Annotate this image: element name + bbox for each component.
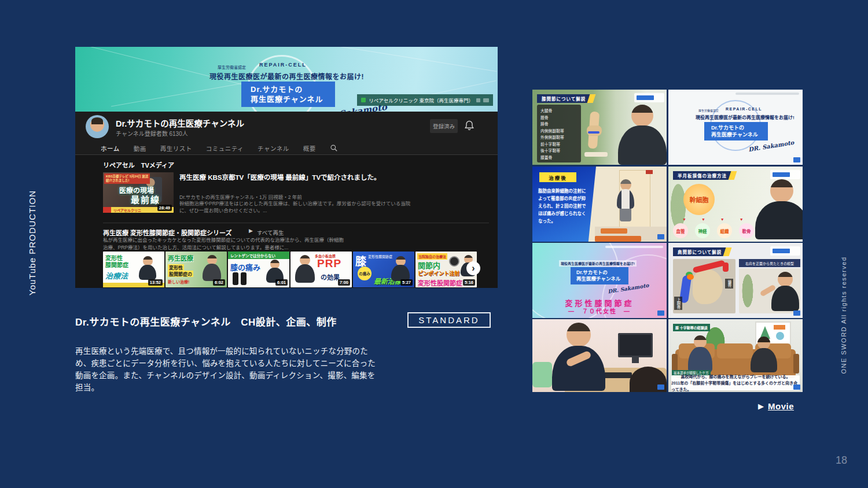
page-number: 18	[836, 454, 847, 467]
g3-text-panel: 治療後 脂肪由来幹細胞の注射によって罹患部の炎症が抑えられ、計２回の注射でほぼ痛…	[532, 167, 596, 242]
gallery-thumb-interview[interactable]: 膝 十字靭帯の経験談 坂本選手が経験したケガ 高校時代から、膝の痛みを抱えながら…	[668, 319, 803, 392]
g2-title-box: Dr.サカモトの 再生医療チャンネル	[704, 122, 768, 141]
g1-header: 膝関節について解説	[537, 94, 591, 103]
g3-label: 治療後	[539, 172, 576, 182]
banner-mini-icon	[476, 98, 480, 102]
notification-bell-icon[interactable]	[464, 120, 475, 131]
project-description: 再生医療という先端医療で、且つ情報が一般的に知られていないニッチな分野のため、疾…	[75, 345, 380, 394]
g6-logo-chip	[770, 246, 800, 256]
g8-tag-top: 膝 十字靭帯の経験談	[673, 324, 710, 331]
movie-link[interactable]: ▶ Movie	[758, 401, 794, 411]
g5-caption-badge	[657, 310, 664, 316]
banner-certification: 厚生労働省認定	[218, 64, 246, 70]
gallery-thumb-shoulder-anatomy[interactable]: 肩関節について解説 鎖骨 上腕骨 右肩を正面から見たときの模型	[668, 243, 803, 318]
gallery-thumb-case-card[interactable]: 現役再生医療医が最新の再生医療情報をお届け! Dr.サカモトの 再生医療チャンネ…	[532, 243, 667, 318]
g1-person	[618, 105, 667, 165]
series5-person	[391, 256, 410, 281]
grade-badge: STANDARD	[407, 312, 491, 328]
youtube-screenshot: 厚生労働省認定 REPAIR-CELL 現役再生医療医が最新の再生医療情報をお届…	[75, 47, 498, 288]
banner-channel-title: Dr.サカモトの 再生医療チャンネル	[241, 82, 335, 107]
g4-main-circle: 幹細胞	[683, 184, 715, 215]
gallery-thumb-after-treatment[interactable]: 治療後 脂肪由来幹細胞の注射によって罹患部の炎症が抑えられ、計２回の注射でほぼ痛…	[532, 167, 667, 242]
tab-playlists[interactable]: 再生リスト	[160, 144, 192, 153]
g8-caption-badge	[793, 385, 800, 390]
tab-about[interactable]: 概要	[303, 144, 316, 153]
g5-subject-sub: ― ７０代女性 ―	[532, 306, 667, 315]
g8-person-left	[688, 335, 712, 372]
carousel-next-button[interactable]: ›	[466, 261, 480, 275]
series4-person	[295, 255, 315, 283]
gallery-thumb-consultation[interactable]	[532, 319, 667, 392]
series2-person	[203, 255, 221, 281]
right-vertical-label: ONE SWORD All rights reserved	[840, 256, 847, 374]
featured-video-thumbnail[interactable]: KBS京都テレビ 5月24日 放送 紹介されました! 医療の現場 最前線 リペア…	[103, 172, 174, 213]
series-video-1[interactable]: 変形性 膝関節症 治療法 13:52	[103, 252, 164, 287]
video-gallery: 大腿骨 脛骨 腓骨 内側側副靭帯 外側側副靭帯 前十字靭帯 後十字靭帯 膝蓋骨 …	[532, 90, 803, 392]
g8-person-right	[751, 337, 777, 372]
g4-logo-chip	[770, 170, 800, 179]
featured-thumb-badge: KBS京都テレビ 5月24日 放送 紹介されました!	[104, 173, 150, 184]
gallery-thumb-stem-cell[interactable]: 半月板損傷の治療方法 幹細胞 ▼▼▼▼ 血管 神経 組織 軟骨	[668, 167, 803, 242]
subscriber-count: チャンネル登録者数 6130人	[116, 129, 188, 138]
g2-caption-badge	[793, 157, 800, 162]
series-video-4[interactable]: 多血小板血漿 PRP の効果 7:00	[290, 252, 352, 287]
banner-brand: REPAIR-CELL	[259, 62, 307, 68]
play-all-link[interactable]: すべて再生	[257, 228, 284, 236]
g1-logo-chip	[634, 93, 664, 102]
g4-header: 半月板損傷の治療方法	[673, 171, 733, 180]
g4-person	[755, 179, 803, 239]
g5-title-box: Dr.サカモトの 再生医療チャンネル	[571, 267, 628, 284]
clinic-link-badge[interactable]: リペアセルクリニック 東京院（再生医療専門）	[357, 94, 493, 106]
g1-bone-list: 大腿骨 脛骨 腓骨 内側側副靭帯 外側側副靭帯 前十字靭帯 後十字靭帯 膝蓋骨	[537, 105, 581, 162]
project-title: Dr.サカモトの再生医療チャンネル CH設計、企画、制作	[75, 314, 337, 328]
series-description: 私が再生医療に出会ったキッカケとなった変形性膝関節症についての代表的な治療法から…	[103, 236, 345, 251]
series1-person	[139, 256, 156, 280]
section-divider	[103, 223, 489, 223]
channel-tabs: ホーム 動画 再生リスト コミュニティ チャンネル 概要	[75, 142, 498, 155]
tab-community[interactable]: コミュニティ	[206, 144, 244, 153]
series-video-3[interactable]: レントゲンでは分からない 膝の痛み 6:01	[228, 252, 289, 287]
g7-caption-badge	[657, 385, 664, 390]
play-all-icon: ▶	[249, 228, 253, 234]
g6-label-clavicle: 鎖骨	[725, 279, 733, 289]
gallery-thumb-channel-card[interactable]: 厚生労働省認定 REPAIR-CELL 現役再生医療医が最新の再生医療情報をお届…	[668, 90, 803, 165]
channel-name: Dr.サカモトの再生医療チャンネル	[116, 117, 244, 129]
slide: YouTube PRODUCTION ONE SWORD All rights …	[0, 0, 868, 488]
left-vertical-label: YouTube PRODUCTION	[27, 190, 37, 295]
series-video-2[interactable]: 再生医療 変形性 股関節症の 新しい治療! 6:02	[165, 252, 227, 287]
gallery-thumb-knee-anatomy[interactable]: 大腿骨 脛骨 腓骨 内側側副靭帯 外側側副靭帯 前十字靭帯 後十字靭帯 膝蓋骨 …	[532, 90, 667, 165]
channel-banner: 厚生労働省認定 REPAIR-CELL 現役再生医療医が最新の再生医療情報をお届…	[75, 47, 498, 112]
g5-fineprint	[605, 246, 663, 248]
featured-video-description: 幹細胞治療やPRP療法をはじめとした再生医療は、新しい治療法です。厚労省から認可…	[179, 200, 411, 214]
g8-caption-box: 高校時代から、膝の痛みを抱えながらプレーを続けている。 2011年の「右膝前十字…	[671, 375, 800, 390]
g6-header: 肩関節について解説	[673, 247, 727, 256]
search-icon[interactable]	[330, 144, 338, 152]
featured-video-meta: Dr.サカモトの再生医療チャンネル・1万 回視聴・2 年前	[179, 193, 302, 200]
g6-label-humerus: 上腕骨	[674, 297, 682, 310]
subscribed-button[interactable]: 登録済み	[430, 119, 458, 133]
series-title: 再生医療 変形性膝関節症・股関節症シリーズ	[103, 228, 232, 237]
featured-section-title: リペアセル TVメディア	[103, 160, 174, 169]
tab-home[interactable]: ホーム	[101, 144, 120, 153]
featured-video-title[interactable]: 再生医療 KBS京都TV「医療の現場 最前線」TVで紹介されました。	[179, 173, 399, 182]
channel-header: Dr.サカモトの再生医療チャンネル チャンネル登録者数 6130人 登録済み	[75, 112, 498, 142]
g3-body: 脂肪由来幹細胞の注射によって罹患部の炎症が抑えられ、計２回の注射でほぼ痛みが感じ…	[538, 187, 589, 225]
channel-avatar[interactable]	[86, 115, 109, 138]
tab-channels[interactable]: チャンネル	[258, 144, 289, 153]
g6-photo	[739, 268, 800, 313]
tab-videos[interactable]: 動画	[134, 144, 146, 153]
play-icon: ▶	[758, 402, 764, 411]
featured-duration: 28:49	[157, 205, 172, 211]
banner-tagline: 現役再生医療医が最新の再生医療情報をお届け!	[209, 71, 364, 81]
clinic-icon	[361, 98, 366, 102]
g6-caption: 右肩を正面から見たときの模型	[739, 259, 800, 267]
banner-mini-icon-2	[483, 98, 489, 102]
series-video-5[interactable]: 膝 変形性膝関節症 の痛み 最新治療 5:27	[353, 252, 414, 287]
g3-patient	[617, 179, 634, 221]
channel-content: リペアセル TVメディア KBS京都テレビ 5月24日 放送 紹介されました! …	[75, 155, 498, 288]
g6-model-image: 鎖骨 上腕骨	[673, 259, 735, 313]
g6-caption-badge	[793, 310, 800, 316]
g4-arrows: ▼▼▼▼	[682, 217, 759, 221]
featured-thumb-title2: 最前線	[131, 193, 160, 205]
g3-caption-badge	[657, 234, 664, 239]
